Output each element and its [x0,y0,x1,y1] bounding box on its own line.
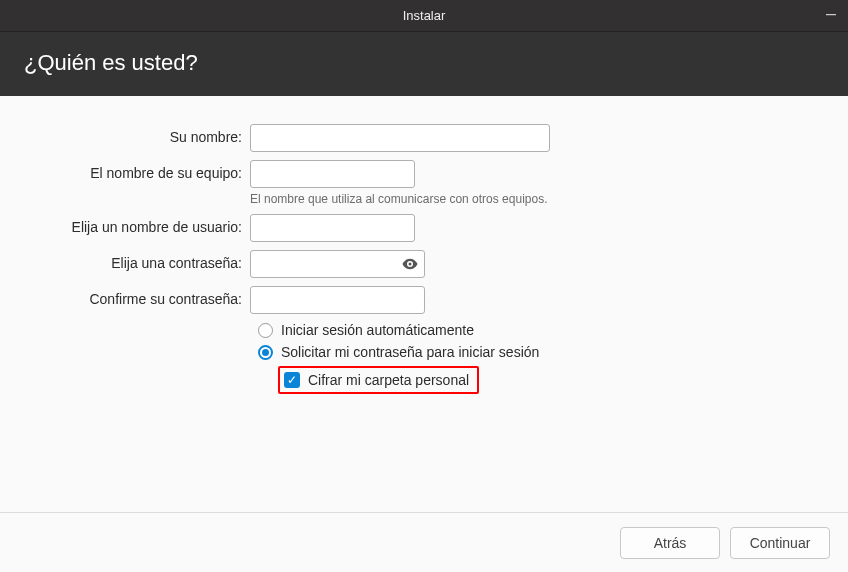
window-title: Instalar [403,8,446,23]
password-input[interactable] [250,250,425,278]
name-label: Su nombre: [20,124,250,145]
name-input[interactable] [250,124,550,152]
require-password-label: Solicitar mi contraseña para iniciar ses… [281,344,539,360]
require-password-option[interactable]: Solicitar mi contraseña para iniciar ses… [258,344,828,360]
titlebar: Instalar – [0,0,848,32]
confirm-password-input[interactable] [250,286,425,314]
confirm-label: Confirme su contraseña: [20,286,250,307]
form-content: Su nombre: El nombre de su equipo: El no… [0,96,848,514]
eye-icon[interactable] [401,255,419,273]
auto-login-option[interactable]: Iniciar sesión automáticamente [258,322,828,338]
hostname-hint: El nombre que utiliza al comunicarse con… [250,192,828,206]
back-button[interactable]: Atrás [620,527,720,559]
username-input[interactable] [250,214,415,242]
hostname-label: El nombre de su equipo: [20,160,250,181]
password-label: Elija una contraseña: [20,250,250,271]
auto-login-label: Iniciar sesión automáticamente [281,322,474,338]
continue-button[interactable]: Continuar [730,527,830,559]
checkbox-checked-icon[interactable]: ✓ [284,372,300,388]
page-header: ¿Quién es usted? [0,32,848,96]
encrypt-home-highlight: ✓ Cifrar mi carpeta personal [278,366,479,394]
radio-selected-icon [258,345,273,360]
username-label: Elija un nombre de usuario: [20,214,250,235]
minimize-icon[interactable]: – [826,4,836,22]
hostname-input[interactable] [250,160,415,188]
radio-icon [258,323,273,338]
page-title: ¿Quién es usted? [24,50,824,76]
footer: Atrás Continuar [0,512,848,572]
encrypt-home-label: Cifrar mi carpeta personal [308,372,469,388]
